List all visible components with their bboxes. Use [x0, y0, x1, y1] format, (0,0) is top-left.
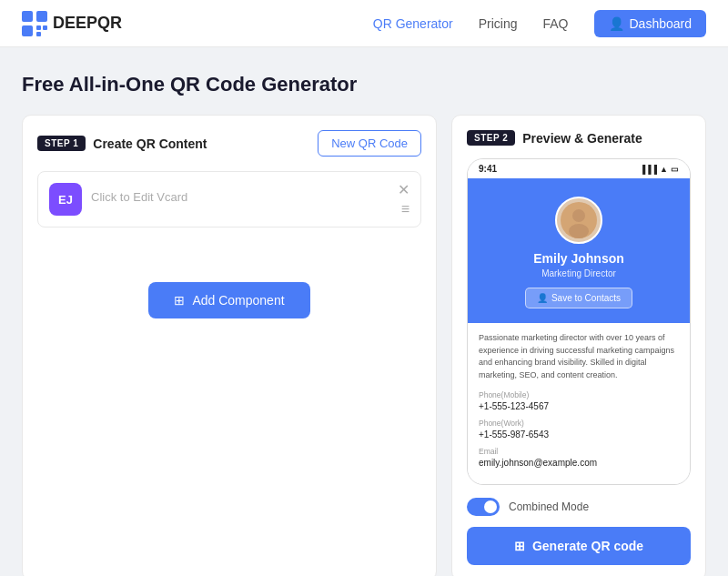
person-icon: 👤 — [609, 16, 624, 31]
nav-link-pricing[interactable]: Pricing — [479, 16, 518, 31]
phone-work-value: +1-555-987-6543 — [479, 429, 679, 440]
generate-qr-button[interactable]: ⊞ Generate QR code — [467, 527, 691, 565]
navbar: DEEPQR QR Generator Pricing FAQ 👤 Dashbo… — [0, 0, 728, 47]
svg-point-7 — [572, 209, 585, 222]
page-content: Free All-in-One QR Code Generator STEP 1… — [0, 47, 728, 576]
right-panel-label: Preview & Generate — [522, 131, 642, 146]
vcard-preview-header: Emily Johnson Marketing Director 👤 Save … — [468, 178, 690, 323]
phone-mobile-value: +1-555-123-4567 — [479, 401, 679, 411]
combined-mode-row: Combined Mode — [467, 498, 691, 516]
vcard-preview-avatar — [555, 197, 602, 244]
vcard-preview-name: Emily Johnson — [479, 251, 679, 266]
toggle-knob — [484, 500, 497, 513]
menu-icon[interactable]: ≡ — [401, 201, 410, 217]
logo[interactable]: DEEPQR — [22, 11, 122, 36]
vcard-bio: Passionate marketing director with over … — [479, 332, 679, 381]
battery-icon: ▭ — [671, 165, 679, 174]
phone-work-label: Phone(Work) — [479, 419, 679, 428]
svg-rect-5 — [36, 32, 41, 36]
left-panel: STEP 1 Create QR Content New QR Code EJ … — [22, 115, 437, 576]
phone-mockup: 9:41 ▐▐▐ ▲ ▭ — [467, 158, 691, 485]
combined-mode-label: Combined Mode — [509, 500, 589, 513]
add-component-wrap: ⊞ Add Component — [37, 282, 421, 318]
email-label: Email — [479, 447, 679, 456]
new-qr-button[interactable]: New QR Code — [318, 130, 421, 157]
add-component-button[interactable]: ⊞ Add Component — [148, 282, 309, 318]
qr-icon: ⊞ — [514, 539, 525, 553]
step2-badge: STEP 2 — [467, 130, 515, 146]
page-title: Free All-in-One QR Code Generator — [22, 73, 706, 96]
logo-icon — [22, 11, 47, 36]
main-grid: STEP 1 Create QR Content New QR Code EJ … — [22, 115, 706, 576]
avatar-image — [561, 202, 597, 238]
svg-rect-1 — [36, 11, 47, 22]
save-contacts-button[interactable]: 👤 Save to Contacts — [525, 288, 632, 308]
vcard-preview-title: Marketing Director — [479, 268, 679, 278]
svg-rect-0 — [22, 11, 33, 22]
nav-link-qr-generator[interactable]: QR Generator — [373, 16, 453, 31]
svg-rect-2 — [22, 25, 33, 36]
vcard-row[interactable]: EJ Click to Edit Vcard ✕ ≡ — [37, 171, 421, 227]
dashboard-button[interactable]: 👤 Dashboard — [594, 10, 707, 37]
wifi-icon: ▲ — [660, 165, 668, 174]
vcard-placeholder: Click to Edit Vcard — [91, 183, 187, 204]
component-icon: ⊞ — [174, 293, 185, 308]
vcard-avatar: EJ — [49, 183, 82, 216]
left-panel-header: STEP 1 Create QR Content New QR Code — [37, 130, 421, 157]
signal-icon: ▐▐▐ — [640, 165, 657, 174]
vcard-preview-body: Passionate marketing director with over … — [468, 323, 690, 484]
nav-link-faq[interactable]: FAQ — [542, 16, 568, 31]
phone-time: 9:41 — [479, 164, 497, 174]
logo-text: DEEPQR — [53, 14, 122, 33]
navbar-links: QR Generator Pricing FAQ 👤 Dashboard — [373, 10, 706, 37]
svg-rect-3 — [36, 25, 41, 30]
right-panel-header: STEP 2 Preview & Generate — [467, 130, 691, 146]
step1-badge: STEP 1 — [37, 136, 86, 151]
svg-point-8 — [569, 224, 589, 238]
left-panel-label: Create QR Content — [93, 136, 207, 151]
combined-mode-toggle[interactable] — [467, 498, 500, 516]
phone-mobile-label: Phone(Mobile) — [479, 390, 679, 399]
svg-rect-4 — [43, 25, 47, 30]
phone-status-icons: ▐▐▐ ▲ ▭ — [640, 165, 679, 174]
email-value: emily.johnson@example.com — [479, 458, 679, 468]
close-icon[interactable]: ✕ — [398, 181, 410, 198]
person-add-icon: 👤 — [537, 293, 548, 303]
phone-status-bar: 9:41 ▐▐▐ ▲ ▭ — [468, 159, 690, 178]
right-panel: STEP 2 Preview & Generate 9:41 ▐▐▐ ▲ ▭ — [451, 115, 706, 576]
